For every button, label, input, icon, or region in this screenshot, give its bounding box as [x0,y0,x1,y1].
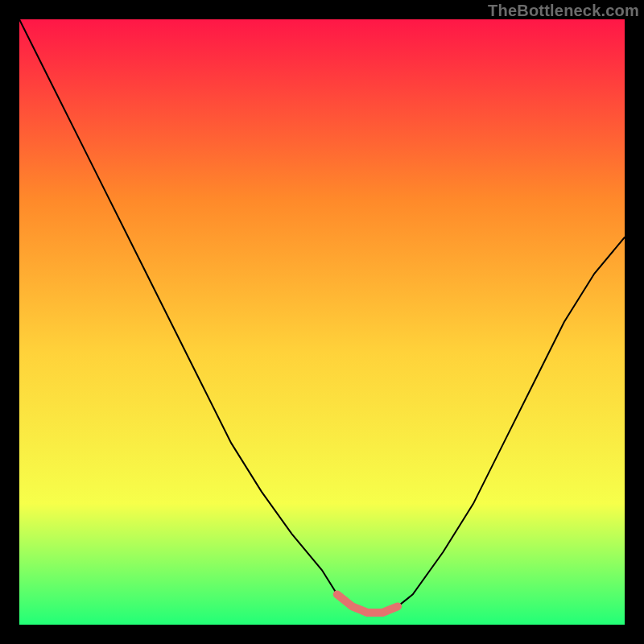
chart-svg [19,19,625,625]
chart-frame: TheBottleneck.com [0,0,644,644]
gradient-background [19,19,625,625]
watermark-text: TheBottleneck.com [488,2,639,20]
plot-area [19,19,625,625]
